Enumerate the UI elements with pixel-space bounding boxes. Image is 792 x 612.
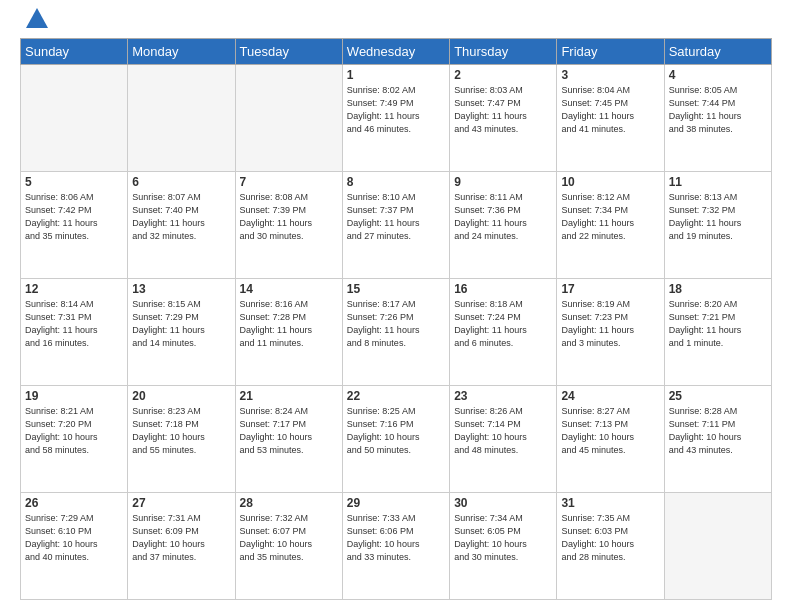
weekday-header-wednesday: Wednesday (342, 39, 449, 65)
logo-icon (26, 8, 48, 28)
day-number: 4 (669, 68, 767, 82)
day-number: 2 (454, 68, 552, 82)
calendar-cell: 28Sunrise: 7:32 AM Sunset: 6:07 PM Dayli… (235, 493, 342, 600)
weekday-header-sunday: Sunday (21, 39, 128, 65)
calendar-cell: 19Sunrise: 8:21 AM Sunset: 7:20 PM Dayli… (21, 386, 128, 493)
day-number: 7 (240, 175, 338, 189)
week-row-4: 26Sunrise: 7:29 AM Sunset: 6:10 PM Dayli… (21, 493, 772, 600)
day-number: 25 (669, 389, 767, 403)
day-number: 22 (347, 389, 445, 403)
week-row-0: 1Sunrise: 8:02 AM Sunset: 7:49 PM Daylig… (21, 65, 772, 172)
day-number: 13 (132, 282, 230, 296)
calendar-cell: 7Sunrise: 8:08 AM Sunset: 7:39 PM Daylig… (235, 172, 342, 279)
day-info: Sunrise: 8:07 AM Sunset: 7:40 PM Dayligh… (132, 191, 230, 243)
calendar-cell: 5Sunrise: 8:06 AM Sunset: 7:42 PM Daylig… (21, 172, 128, 279)
calendar-cell: 22Sunrise: 8:25 AM Sunset: 7:16 PM Dayli… (342, 386, 449, 493)
calendar-cell: 12Sunrise: 8:14 AM Sunset: 7:31 PM Dayli… (21, 279, 128, 386)
calendar-cell (664, 493, 771, 600)
day-number: 15 (347, 282, 445, 296)
weekday-header-tuesday: Tuesday (235, 39, 342, 65)
calendar-cell (21, 65, 128, 172)
calendar-cell: 21Sunrise: 8:24 AM Sunset: 7:17 PM Dayli… (235, 386, 342, 493)
calendar-cell: 17Sunrise: 8:19 AM Sunset: 7:23 PM Dayli… (557, 279, 664, 386)
day-number: 5 (25, 175, 123, 189)
calendar-cell: 23Sunrise: 8:26 AM Sunset: 7:14 PM Dayli… (450, 386, 557, 493)
calendar-cell: 11Sunrise: 8:13 AM Sunset: 7:32 PM Dayli… (664, 172, 771, 279)
day-number: 19 (25, 389, 123, 403)
day-number: 23 (454, 389, 552, 403)
page: SundayMondayTuesdayWednesdayThursdayFrid… (0, 0, 792, 612)
svg-marker-0 (26, 8, 48, 28)
calendar-cell: 13Sunrise: 8:15 AM Sunset: 7:29 PM Dayli… (128, 279, 235, 386)
day-info: Sunrise: 8:14 AM Sunset: 7:31 PM Dayligh… (25, 298, 123, 350)
day-info: Sunrise: 8:24 AM Sunset: 7:17 PM Dayligh… (240, 405, 338, 457)
day-info: Sunrise: 8:03 AM Sunset: 7:47 PM Dayligh… (454, 84, 552, 136)
day-number: 31 (561, 496, 659, 510)
calendar-cell: 10Sunrise: 8:12 AM Sunset: 7:34 PM Dayli… (557, 172, 664, 279)
calendar-cell: 16Sunrise: 8:18 AM Sunset: 7:24 PM Dayli… (450, 279, 557, 386)
day-info: Sunrise: 8:17 AM Sunset: 7:26 PM Dayligh… (347, 298, 445, 350)
calendar-cell: 31Sunrise: 7:35 AM Sunset: 6:03 PM Dayli… (557, 493, 664, 600)
day-info: Sunrise: 8:06 AM Sunset: 7:42 PM Dayligh… (25, 191, 123, 243)
day-number: 27 (132, 496, 230, 510)
calendar-cell: 9Sunrise: 8:11 AM Sunset: 7:36 PM Daylig… (450, 172, 557, 279)
calendar-cell: 4Sunrise: 8:05 AM Sunset: 7:44 PM Daylig… (664, 65, 771, 172)
day-info: Sunrise: 7:33 AM Sunset: 6:06 PM Dayligh… (347, 512, 445, 564)
day-number: 20 (132, 389, 230, 403)
calendar-cell: 20Sunrise: 8:23 AM Sunset: 7:18 PM Dayli… (128, 386, 235, 493)
day-info: Sunrise: 8:11 AM Sunset: 7:36 PM Dayligh… (454, 191, 552, 243)
weekday-header-friday: Friday (557, 39, 664, 65)
day-number: 6 (132, 175, 230, 189)
weekday-header-row: SundayMondayTuesdayWednesdayThursdayFrid… (21, 39, 772, 65)
calendar-cell: 2Sunrise: 8:03 AM Sunset: 7:47 PM Daylig… (450, 65, 557, 172)
calendar-cell: 6Sunrise: 8:07 AM Sunset: 7:40 PM Daylig… (128, 172, 235, 279)
day-info: Sunrise: 7:32 AM Sunset: 6:07 PM Dayligh… (240, 512, 338, 564)
day-number: 12 (25, 282, 123, 296)
day-number: 18 (669, 282, 767, 296)
day-info: Sunrise: 8:16 AM Sunset: 7:28 PM Dayligh… (240, 298, 338, 350)
logo (20, 16, 48, 28)
week-row-1: 5Sunrise: 8:06 AM Sunset: 7:42 PM Daylig… (21, 172, 772, 279)
week-row-3: 19Sunrise: 8:21 AM Sunset: 7:20 PM Dayli… (21, 386, 772, 493)
day-number: 29 (347, 496, 445, 510)
day-number: 26 (25, 496, 123, 510)
day-info: Sunrise: 8:25 AM Sunset: 7:16 PM Dayligh… (347, 405, 445, 457)
day-number: 9 (454, 175, 552, 189)
calendar-cell (128, 65, 235, 172)
day-info: Sunrise: 8:13 AM Sunset: 7:32 PM Dayligh… (669, 191, 767, 243)
day-info: Sunrise: 8:12 AM Sunset: 7:34 PM Dayligh… (561, 191, 659, 243)
calendar-cell: 1Sunrise: 8:02 AM Sunset: 7:49 PM Daylig… (342, 65, 449, 172)
calendar-cell: 14Sunrise: 8:16 AM Sunset: 7:28 PM Dayli… (235, 279, 342, 386)
day-info: Sunrise: 7:29 AM Sunset: 6:10 PM Dayligh… (25, 512, 123, 564)
day-info: Sunrise: 8:20 AM Sunset: 7:21 PM Dayligh… (669, 298, 767, 350)
day-number: 24 (561, 389, 659, 403)
day-info: Sunrise: 8:10 AM Sunset: 7:37 PM Dayligh… (347, 191, 445, 243)
week-row-2: 12Sunrise: 8:14 AM Sunset: 7:31 PM Dayli… (21, 279, 772, 386)
day-info: Sunrise: 8:08 AM Sunset: 7:39 PM Dayligh… (240, 191, 338, 243)
day-info: Sunrise: 8:05 AM Sunset: 7:44 PM Dayligh… (669, 84, 767, 136)
day-info: Sunrise: 8:04 AM Sunset: 7:45 PM Dayligh… (561, 84, 659, 136)
day-info: Sunrise: 8:19 AM Sunset: 7:23 PM Dayligh… (561, 298, 659, 350)
calendar-cell: 15Sunrise: 8:17 AM Sunset: 7:26 PM Dayli… (342, 279, 449, 386)
calendar-cell: 8Sunrise: 8:10 AM Sunset: 7:37 PM Daylig… (342, 172, 449, 279)
calendar-table: SundayMondayTuesdayWednesdayThursdayFrid… (20, 38, 772, 600)
calendar-cell: 26Sunrise: 7:29 AM Sunset: 6:10 PM Dayli… (21, 493, 128, 600)
day-number: 3 (561, 68, 659, 82)
calendar-cell: 30Sunrise: 7:34 AM Sunset: 6:05 PM Dayli… (450, 493, 557, 600)
calendar-cell: 24Sunrise: 8:27 AM Sunset: 7:13 PM Dayli… (557, 386, 664, 493)
day-number: 1 (347, 68, 445, 82)
calendar-cell (235, 65, 342, 172)
day-number: 16 (454, 282, 552, 296)
day-info: Sunrise: 8:21 AM Sunset: 7:20 PM Dayligh… (25, 405, 123, 457)
day-number: 8 (347, 175, 445, 189)
day-info: Sunrise: 8:02 AM Sunset: 7:49 PM Dayligh… (347, 84, 445, 136)
day-info: Sunrise: 8:26 AM Sunset: 7:14 PM Dayligh… (454, 405, 552, 457)
day-info: Sunrise: 8:27 AM Sunset: 7:13 PM Dayligh… (561, 405, 659, 457)
header (20, 16, 772, 28)
day-number: 30 (454, 496, 552, 510)
day-number: 21 (240, 389, 338, 403)
day-number: 17 (561, 282, 659, 296)
calendar-cell: 3Sunrise: 8:04 AM Sunset: 7:45 PM Daylig… (557, 65, 664, 172)
day-info: Sunrise: 8:28 AM Sunset: 7:11 PM Dayligh… (669, 405, 767, 457)
day-info: Sunrise: 7:31 AM Sunset: 6:09 PM Dayligh… (132, 512, 230, 564)
